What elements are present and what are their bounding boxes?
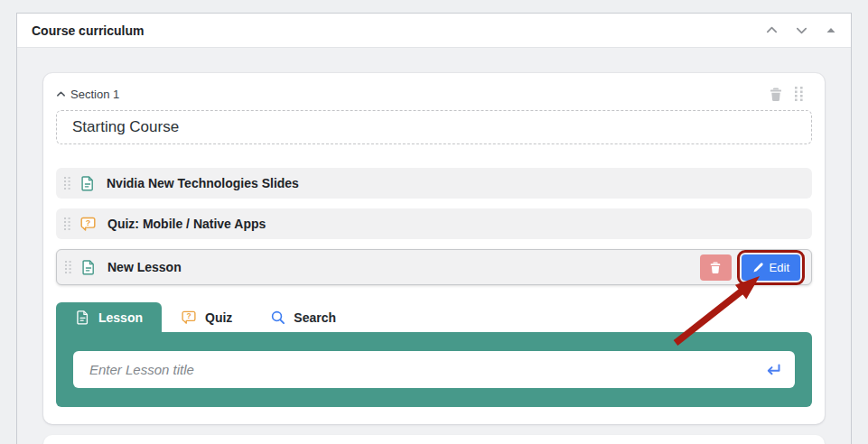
item-actions: Edit [700, 254, 800, 281]
tab-label: Lesson [98, 310, 143, 325]
edit-button-label: Edit [770, 261, 789, 274]
section-collapse-caret-icon[interactable] [56, 89, 66, 99]
item-label: New Lesson [107, 260, 182, 274]
drag-handle-icon[interactable] [65, 261, 71, 273]
lesson-title-input[interactable] [73, 351, 795, 388]
drag-handle-icon[interactable] [64, 177, 70, 190]
pencil-icon [752, 262, 764, 273]
item-label: Nvidia New Technologies Slides [107, 176, 299, 190]
delete-item-button[interactable] [700, 254, 732, 281]
panel-body: Section 1 [17, 48, 851, 444]
curriculum-item-list: Nvidia New Technologies Slides ? Quiz: M… [56, 168, 812, 285]
curriculum-item-row-selected[interactable]: New Lesson Edit [56, 249, 812, 285]
section-1-card: Section 1 [43, 73, 825, 424]
section-1-controls [769, 87, 812, 102]
section-1-header: Section 1 [56, 84, 812, 104]
chevron-down-icon[interactable] [794, 23, 808, 38]
tab-lesson[interactable]: Lesson [56, 302, 162, 332]
quiz-bubble-icon: ? [181, 310, 197, 325]
svg-text:?: ? [186, 311, 191, 320]
trash-icon [709, 261, 722, 274]
panel-title: Course curriculum [32, 23, 144, 38]
tab-label: Quiz [205, 310, 232, 325]
lesson-form-panel [56, 332, 812, 407]
panel-header: Course curriculum [17, 14, 851, 48]
section-delete-trash-icon[interactable] [769, 87, 783, 102]
tab-search[interactable]: Search [251, 302, 355, 332]
course-curriculum-panel: Course curriculum Section [16, 13, 852, 444]
edit-item-button[interactable]: Edit [742, 254, 800, 281]
section-1-label: Section 1 [70, 88, 119, 101]
section-2-card: Section 2 [43, 435, 825, 444]
search-icon [270, 310, 285, 325]
content-type-tabs: Lesson ? Quiz Search [56, 302, 812, 332]
tab-label: Search [294, 310, 336, 325]
panel-header-controls [764, 23, 838, 38]
triangle-up-icon[interactable] [824, 23, 838, 38]
quiz-bubble-icon: ? [79, 216, 97, 232]
drag-handle-icon[interactable] [64, 217, 70, 230]
lesson-document-icon [79, 175, 96, 191]
tab-quiz[interactable]: ? Quiz [162, 302, 251, 332]
lesson-document-icon [75, 310, 90, 325]
svg-text:?: ? [86, 218, 91, 227]
curriculum-item-row[interactable]: ? Quiz: Mobile / Native Apps [56, 208, 812, 239]
enter-return-icon[interactable] [763, 362, 782, 377]
item-label: Quiz: Mobile / Native Apps [107, 217, 266, 231]
section-drag-handle-icon[interactable] [795, 87, 803, 101]
lesson-document-icon [80, 259, 97, 275]
chevron-up-icon[interactable] [764, 23, 779, 38]
section-title-input[interactable] [56, 110, 812, 144]
curriculum-item-row[interactable]: Nvidia New Technologies Slides [56, 168, 812, 199]
page: Course curriculum Section [0, 0, 868, 444]
lesson-title-field [73, 351, 795, 388]
